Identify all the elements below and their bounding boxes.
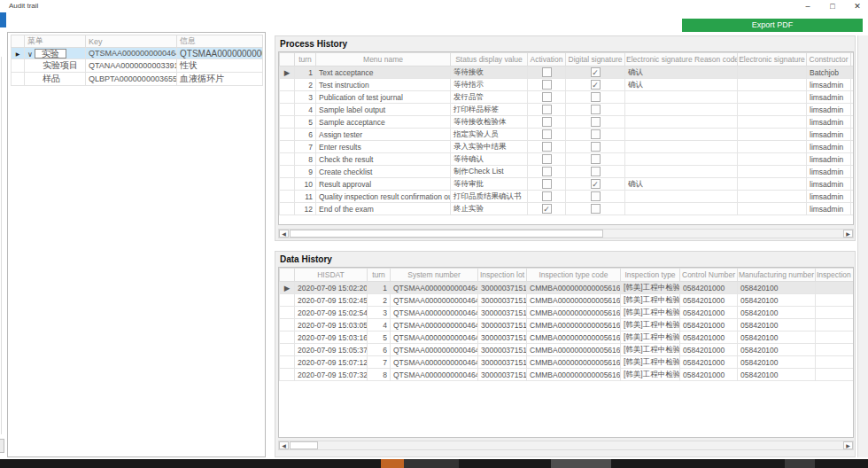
tree-row[interactable]: 实验项目QTANAA00000000033910性状 [12, 59, 263, 73]
taskbar-item[interactable] [785, 459, 815, 468]
cell-inspection_type_code: CMMBA000000000005616 [527, 319, 621, 332]
digital_signature-checkbox[interactable] [591, 191, 601, 201]
table-row[interactable]: 2020-07-09 15:02:452QTSMAA00000000004642… [280, 294, 855, 307]
system-number-column-header[interactable]: System number [391, 269, 478, 282]
table-row[interactable]: 8Check the result等待确认limsadminL [280, 153, 855, 166]
digital_signature-checkbox[interactable] [591, 154, 601, 164]
cell-activation [528, 116, 566, 129]
table-row[interactable]: 5Sample acceptance等待接收检验体limsadminL [280, 116, 855, 129]
table-row[interactable]: 2020-07-09 15:03:054QTSMAA00000000004642… [280, 319, 855, 332]
cell-turn: 10 [295, 178, 316, 191]
manufacturing-number-column-header[interactable]: Manufacturing number [738, 269, 816, 282]
cell-inspection_lo [816, 319, 855, 332]
digital_signature-checkbox[interactable]: ✓ [591, 67, 601, 77]
table-row[interactable]: 6Assign tester指定实验人员limsadminL [280, 129, 855, 141]
table-row[interactable]: ▶2020-07-09 15:02:201QTSMAA0000000000464… [280, 282, 855, 294]
inspection-lot-column-header[interactable]: Inspection lot [478, 269, 527, 282]
digital_signature-checkbox[interactable] [591, 105, 601, 114]
cell-control_number: 0584201000 [680, 294, 738, 307]
digital-signature-column-header[interactable]: Digital signature [566, 53, 625, 66]
tree-node-cell[interactable]: 实验项目 [25, 59, 86, 73]
table-row[interactable]: 4Sample label output打印样品标签limsadminL [280, 104, 855, 116]
table-row[interactable]: 2020-07-09 15:03:165QTSMAA00000000004642… [280, 332, 855, 344]
scrollbar-thumb[interactable] [290, 441, 318, 449]
table-row[interactable]: 2020-07-09 15:07:127QTSMAA00000000004642… [280, 356, 855, 369]
status-column-header[interactable]: Status display value [451, 53, 528, 66]
activation-checkbox[interactable] [542, 67, 552, 77]
key-column-header[interactable]: Key [86, 35, 177, 48]
cell-electronic_signature [738, 66, 807, 79]
cell-reason_code [625, 166, 738, 178]
scrollbar-thumb[interactable] [290, 230, 603, 238]
activation-checkbox[interactable]: ✓ [542, 204, 552, 214]
table-row[interactable]: 12End of the exam终止实验✓limsadminL [280, 203, 855, 215]
tree-row[interactable]: ▶∨实验QTSMAA00000000004642QTSMAA0000000000… [12, 48, 263, 59]
expander-icon[interactable]: ∨ [27, 51, 33, 58]
digital_signature-checkbox[interactable] [591, 92, 601, 102]
inspection-type-code-column-header[interactable]: Inspection type code [527, 269, 621, 282]
menu-column-header[interactable]: 菜单 [25, 35, 86, 48]
scroll-right-icon[interactable]: ▶ [843, 230, 853, 238]
taskbar-item[interactable] [404, 459, 459, 468]
electronic-signature-column-header[interactable]: Electronic signature [738, 53, 807, 66]
table-row[interactable]: 10Result approval等待审批✓确认limsadminL [280, 178, 855, 191]
clipped-inspection-column-header[interactable]: Inspection lo [816, 269, 855, 282]
table-row[interactable]: 7Enter results录入实验中结果limsadminL [280, 141, 855, 153]
scroll-left-icon[interactable]: ◀ [279, 441, 289, 449]
table-row[interactable]: ▶1Text acceptance等待接收✓确认Batchjob [280, 66, 855, 79]
constructor-column-header[interactable]: Constructor [807, 53, 851, 66]
audit-object-tree-panel: 菜单 Key 信息 ▶∨实验QTSMAA00000000004642QTSMAA… [7, 32, 266, 457]
table-row[interactable]: 2020-07-09 15:07:328QTSMAA00000000004642… [280, 369, 855, 381]
scroll-right-icon[interactable]: ▶ [843, 441, 853, 449]
scrollbar-track[interactable] [289, 441, 843, 449]
maximize-icon[interactable]: □ [827, 2, 838, 11]
activation-checkbox[interactable] [542, 129, 552, 139]
scroll-left-icon[interactable]: ◀ [279, 230, 289, 238]
activation-checkbox[interactable] [542, 154, 552, 164]
taskbar-item[interactable] [381, 459, 404, 468]
activation-checkbox[interactable] [542, 80, 552, 90]
table-row[interactable]: 11Quality inspection result confirmation… [280, 191, 855, 203]
control-number-column-header[interactable]: Control Number [680, 269, 738, 282]
digital_signature-checkbox[interactable] [591, 129, 601, 139]
activation-checkbox[interactable] [542, 167, 552, 176]
turn-column-header[interactable]: turn [368, 269, 391, 282]
info-column-header[interactable]: 信息 [177, 35, 263, 48]
inspection-type-column-header[interactable]: Inspection type [621, 269, 680, 282]
export-pdf-button[interactable]: Export PDF [682, 19, 863, 32]
hisdat-column-header[interactable]: HISDAT [295, 269, 368, 282]
minimize-icon[interactable]: – [802, 2, 813, 11]
scrollbar-track[interactable] [289, 230, 843, 238]
activation-checkbox[interactable] [542, 105, 552, 114]
table-row[interactable]: 2020-07-09 15:02:543QTSMAA00000000004642… [280, 307, 855, 319]
digital_signature-checkbox[interactable] [591, 167, 601, 176]
tree-node-cell[interactable]: 样品 [25, 73, 86, 86]
digital_signature-checkbox[interactable]: ✓ [591, 80, 601, 90]
activation-column-header[interactable]: Activation [528, 53, 566, 66]
digital_signature-checkbox[interactable] [591, 204, 601, 214]
clipped-scrollbar-fragment [0, 439, 4, 453]
digital_signature-checkbox[interactable] [591, 117, 601, 127]
activation-checkbox[interactable] [542, 191, 552, 201]
digital_signature-checkbox[interactable]: ✓ [591, 179, 601, 189]
menu-name-column-header[interactable]: Menu name [316, 53, 451, 66]
table-row[interactable]: 9Create checklist制作Check ListlimsadminL [280, 166, 855, 178]
data-history-table: HISDAT turn System number Inspection lot… [279, 268, 854, 381]
digital_signature-checkbox[interactable] [591, 142, 601, 152]
reason-code-column-header[interactable]: Electronic signature Reason code [625, 53, 738, 66]
tree-row[interactable]: 样品QLBPTA00000000036557血液循环片 [12, 73, 263, 86]
taskbar-item[interactable] [551, 459, 611, 468]
tree-node-cell[interactable]: ∨实验 [25, 48, 86, 59]
table-row[interactable]: 3Publication of test journal发行品管limsadmi… [280, 91, 855, 104]
close-icon[interactable]: ✕ [852, 2, 863, 11]
cell-inspection_type_code: CMMBA000000000005616 [527, 344, 621, 356]
tree-node-label[interactable]: 实验 [35, 49, 66, 58]
right-scroll-strip[interactable] [857, 35, 868, 457]
turn-column-header[interactable]: turn [295, 53, 316, 66]
table-row[interactable]: 2Test instruction等待指示✓确认limsadminL [280, 79, 855, 91]
activation-checkbox[interactable] [542, 142, 552, 152]
activation-checkbox[interactable] [542, 117, 552, 127]
activation-checkbox[interactable] [542, 92, 552, 102]
table-row[interactable]: 2020-07-09 15:05:376QTSMAA00000000004642… [280, 344, 855, 356]
activation-checkbox[interactable] [542, 179, 552, 189]
